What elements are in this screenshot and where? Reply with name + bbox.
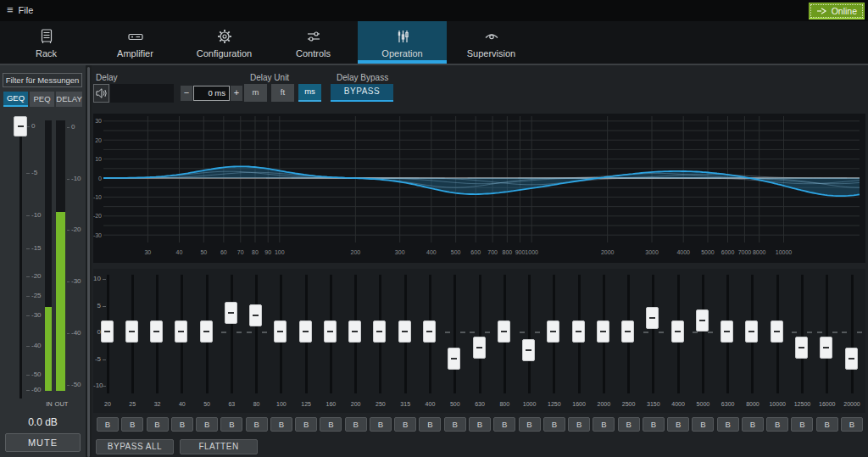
band-bypass-button-500[interactable]: B (444, 417, 466, 432)
band-bypass-button-25[interactable]: B (121, 417, 143, 432)
band-bypass-button-3150[interactable]: B (643, 417, 665, 432)
tab-operation[interactable]: Operation (358, 21, 447, 64)
delay-decrement-button[interactable]: − (181, 86, 192, 101)
geq-slider-handle-400[interactable] (423, 320, 436, 343)
delay-bypass-button[interactable]: BYPASS (331, 84, 393, 102)
geq-slider-track-16000[interactable] (826, 275, 828, 393)
geq-slider-handle-160[interactable] (324, 320, 337, 343)
geq-slider-track-500[interactable] (453, 275, 456, 393)
master-fader-track[interactable] (19, 120, 22, 398)
delay-increment-button[interactable]: + (231, 86, 242, 101)
geq-slider-handle-1000[interactable] (522, 339, 535, 361)
geq-slider-handle-630[interactable] (473, 337, 486, 359)
geq-slider-track-5000[interactable] (702, 275, 704, 393)
band-bypass-button-20[interactable]: B (97, 417, 119, 432)
geq-slider-track-630[interactable] (479, 275, 481, 393)
band-bypass-button-2500[interactable]: B (618, 417, 640, 432)
band-bypass-button-63[interactable]: B (220, 417, 242, 432)
geq-slider-handle-250[interactable] (373, 320, 386, 343)
geq-slider-handle-50[interactable] (200, 320, 213, 343)
band-bypass-button-800[interactable]: B (493, 417, 515, 432)
geq-slider-handle-80[interactable] (249, 304, 262, 326)
mute-button[interactable]: MUTE (5, 433, 81, 452)
unit-button-ms[interactable]: ms (298, 84, 321, 102)
tab-rack[interactable]: Rack (2, 21, 91, 64)
band-bypass-button-160[interactable]: B (320, 417, 342, 432)
sidebar-scrollbar[interactable] (86, 65, 92, 457)
band-bypass-button-16000[interactable]: B (816, 417, 838, 432)
filter-tab-delay[interactable]: DELAY (56, 92, 82, 107)
online-button[interactable]: Online (809, 3, 865, 20)
geq-slider-handle-16000[interactable] (820, 337, 832, 359)
geq-slider-handle-200[interactable] (348, 320, 361, 343)
band-bypass-button-5000[interactable]: B (692, 417, 714, 432)
band-bypass-button-2000[interactable]: B (593, 417, 615, 432)
geq-slider-track-80[interactable] (255, 275, 258, 393)
geq-slider-handle-1250[interactable] (547, 320, 559, 343)
geq-slider-handle-800[interactable] (498, 320, 510, 343)
geq-slider-handle-2500[interactable] (621, 320, 634, 343)
bypass-all-button[interactable]: BYPASS ALL (96, 439, 174, 454)
geq-slider-track-12500[interactable] (801, 275, 804, 393)
band-bypass-button-4000[interactable]: B (667, 417, 689, 432)
geq-slider-track-63[interactable] (231, 275, 233, 393)
tab-supervision[interactable]: Supervision (447, 21, 536, 64)
channel-name-field[interactable] (110, 84, 174, 103)
geq-band-frequency-label: 6300 (716, 401, 740, 407)
geq-slider-track-1000[interactable] (528, 275, 531, 393)
band-bypass-button-20000[interactable]: B (841, 417, 863, 432)
geq-slider-handle-20000[interactable] (845, 348, 858, 370)
filter-tab-peq[interactable]: PEQ (30, 92, 54, 107)
band-bypass-button-315[interactable]: B (394, 417, 416, 432)
band-bypass-button-1600[interactable]: B (568, 417, 590, 432)
band-bypass-button-80[interactable]: B (246, 417, 268, 432)
flatten-button[interactable]: FLATTEN (180, 439, 258, 454)
unit-button-ft[interactable]: ft (271, 84, 294, 102)
band-bypass-button-32[interactable]: B (147, 417, 169, 432)
band-bypass-button-12500[interactable]: B (791, 417, 813, 432)
band-bypass-button-400[interactable]: B (419, 417, 441, 432)
tab-controls[interactable]: Controls (269, 21, 358, 64)
geq-slider-handle-12500[interactable] (795, 337, 808, 359)
band-bypass-button-100[interactable]: B (270, 417, 292, 432)
geq-slider-track-20000[interactable] (851, 275, 854, 393)
band-bypass-button-250[interactable]: B (370, 417, 392, 432)
geq-slider-handle-8000[interactable] (745, 320, 758, 343)
unit-button-m[interactable]: m (244, 84, 267, 102)
geq-slider-handle-1600[interactable] (572, 320, 585, 343)
geq-slider-handle-315[interactable] (398, 320, 411, 343)
geq-slider-handle-125[interactable] (299, 320, 312, 343)
band-bypass-button-40[interactable]: B (171, 417, 193, 432)
master-fader-handle[interactable] (14, 116, 27, 137)
geq-slider-handle-2000[interactable] (597, 320, 609, 343)
filter-tab-geq[interactable]: GEQ (3, 92, 28, 107)
geq-slider-handle-20[interactable] (101, 320, 114, 343)
geq-slider-handle-100[interactable] (274, 320, 287, 343)
geq-slider-handle-3150[interactable] (646, 307, 659, 329)
band-bypass-button-10000[interactable]: B (766, 417, 788, 432)
geq-slider-handle-10000[interactable] (771, 320, 783, 343)
geq-slider-handle-6300[interactable] (721, 320, 733, 343)
geq-slider-track-3150[interactable] (652, 275, 654, 393)
delay-value-field[interactable]: 0 ms (193, 86, 230, 101)
band-bypass-button-630[interactable]: B (469, 417, 491, 432)
geq-slider-handle-4000[interactable] (671, 320, 684, 343)
band-bypass-button-8000[interactable]: B (742, 417, 764, 432)
scrollbar-thumb[interactable] (87, 67, 90, 457)
tab-amplifier[interactable]: Amplifier (91, 21, 180, 64)
band-bypass-button-200[interactable]: B (345, 417, 367, 432)
geq-slider-handle-5000[interactable] (696, 309, 709, 332)
tab-configuration[interactable]: Configuration (180, 21, 269, 64)
band-bypass-button-1250[interactable]: B (543, 417, 565, 432)
band-bypass-button-50[interactable]: B (196, 417, 218, 432)
band-bypass-button-1000[interactable]: B (519, 417, 541, 432)
geq-slider-handle-32[interactable] (150, 320, 163, 343)
band-bypass-button-6300[interactable]: B (717, 417, 739, 432)
monitor-speaker-button[interactable] (93, 84, 109, 103)
geq-slider-handle-63[interactable] (225, 302, 237, 324)
geq-slider-handle-40[interactable] (175, 320, 187, 343)
band-bypass-button-125[interactable]: B (295, 417, 317, 432)
geq-slider-handle-500[interactable] (448, 348, 460, 370)
file-menu[interactable]: ≡ File (7, 4, 33, 16)
geq-slider-handle-25[interactable] (125, 320, 138, 343)
